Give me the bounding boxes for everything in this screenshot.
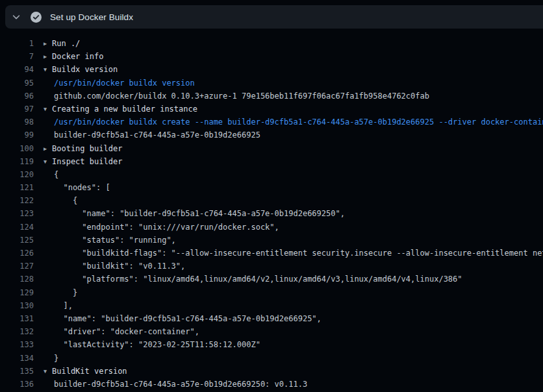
chevron-down-icon[interactable] <box>12 12 21 21</box>
log-lines: 1▶Run ./7▶Docker info94▼Buildx version95… <box>0 37 543 391</box>
log-output-text: "platforms": "linux/amd64,linux/amd64/v2… <box>44 273 462 286</box>
line-number[interactable]: 131 <box>0 312 34 325</box>
log-line: 132 "driver": "docker-container", <box>0 325 543 338</box>
log-output-text: { <box>44 168 58 181</box>
log-line: 97▼Creating a new builder instance <box>0 103 543 116</box>
log-command-text: /usr/bin/docker buildx version <box>44 77 195 90</box>
log-output-text: builder-d9cfb5a1-c764-445a-a57e-0b19d2e6… <box>44 378 307 391</box>
line-number[interactable]: 121 <box>0 181 34 194</box>
line-number[interactable]: 99 <box>0 129 34 141</box>
line-number[interactable]: 135 <box>0 365 34 378</box>
log-line: 1▶Run ./ <box>0 37 543 50</box>
log-line: 126 "buildkitd-flags": "--allow-insecure… <box>0 247 543 260</box>
log-output-text: "buildkitd-flags": "--allow-insecure-ent… <box>44 247 543 260</box>
log-line: 122 { <box>0 194 543 207</box>
log-output-text: "name": "builder-d9cfb5a1-c764-445a-a57e… <box>44 312 322 325</box>
log-line: 123 "name": "builder-d9cfb5a1-c764-445a-… <box>0 207 543 220</box>
log-group-toggle[interactable]: ▶Run ./ <box>44 37 80 50</box>
log-line: 127 "buildkit": "v0.11.3", <box>0 260 543 273</box>
line-number[interactable]: 97 <box>0 103 34 116</box>
line-number[interactable]: 7 <box>0 50 34 63</box>
line-number[interactable]: 124 <box>0 221 34 234</box>
log-output-text: { <box>44 194 77 207</box>
log-line: 124 "endpoint": "unix:///var/run/docker.… <box>0 221 543 234</box>
log-output-text: } <box>44 352 58 365</box>
line-number[interactable]: 134 <box>0 352 34 365</box>
log-line: 130 ], <box>0 299 543 312</box>
line-number[interactable]: 122 <box>0 194 34 207</box>
log-line: 134} <box>0 352 543 365</box>
line-number[interactable]: 98 <box>0 116 34 129</box>
line-number[interactable]: 96 <box>0 90 34 103</box>
log-line: 7▶Docker info <box>0 50 543 63</box>
line-number[interactable]: 1 <box>0 37 34 50</box>
log-group-toggle[interactable]: ▼Creating a new builder instance <box>44 103 197 116</box>
group-title: BuildKit version <box>52 367 127 376</box>
line-number[interactable]: 119 <box>0 155 34 168</box>
line-number[interactable]: 129 <box>0 286 34 299</box>
log-output-text: "buildkit": "v0.11.3", <box>44 260 185 273</box>
log-output-text: "endpoint": "unix:///var/run/docker.sock… <box>44 221 279 234</box>
chevron-expanded-icon: ▼ <box>44 102 52 115</box>
log-group-toggle[interactable]: ▼BuildKit version <box>44 365 127 378</box>
line-number[interactable]: 125 <box>0 234 34 247</box>
line-number[interactable]: 94 <box>0 63 34 76</box>
log-line: 96github.com/docker/buildx 0.10.3+azure-… <box>0 90 543 103</box>
log-line: 94▼Buildx version <box>0 63 543 76</box>
line-number[interactable]: 128 <box>0 273 34 286</box>
line-number[interactable]: 126 <box>0 247 34 260</box>
log-output-text: "nodes": [ <box>44 181 110 194</box>
log-output-text: "lastActivity": "2023-02-25T11:58:12.000… <box>44 338 260 351</box>
step-title: Set up Docker Buildx <box>50 12 133 22</box>
log-output-text: "status": "running", <box>44 234 176 247</box>
log-output-text: ], <box>44 299 73 312</box>
log-output-text: "name": "builder-d9cfb5a1-c764-445a-a57e… <box>44 207 345 220</box>
line-number[interactable]: 95 <box>0 77 34 90</box>
log-output-text: } <box>44 286 77 299</box>
line-number[interactable]: 132 <box>0 325 34 338</box>
group-title: Creating a new builder instance <box>52 104 197 114</box>
log-line: 95/usr/bin/docker buildx version <box>0 77 543 90</box>
line-number[interactable]: 136 <box>0 378 34 391</box>
log-output-text: github.com/docker/buildx 0.10.3+azure-1 … <box>44 90 429 103</box>
log-output-text: "driver": "docker-container", <box>44 325 199 338</box>
log-line: 128 "platforms": "linux/amd64,linux/amd6… <box>0 273 543 286</box>
log-line: 136builder-d9cfb5a1-c764-445a-a57e-0b19d… <box>0 378 543 391</box>
log-line: 119▼Inspect builder <box>0 155 543 168</box>
step-header[interactable]: Set up Docker Buildx <box>5 5 543 29</box>
line-number[interactable]: 130 <box>0 299 34 312</box>
chevron-collapsed-icon: ▶ <box>44 37 52 50</box>
chevron-collapsed-icon: ▶ <box>44 141 52 154</box>
group-title: Buildx version <box>52 65 118 74</box>
log-line: 99builder-d9cfb5a1-c764-445a-a57e-0b19d2… <box>0 129 543 141</box>
line-number[interactable]: 123 <box>0 207 34 220</box>
log-line: 120{ <box>0 168 543 181</box>
chevron-expanded-icon: ▼ <box>44 364 52 377</box>
group-title: Booting builder <box>52 144 122 153</box>
log-line: 131 "name": "builder-d9cfb5a1-c764-445a-… <box>0 312 543 325</box>
chevron-collapsed-icon: ▶ <box>44 50 52 63</box>
log-command-text: /usr/bin/docker buildx create --name bui… <box>44 116 543 129</box>
chevron-expanded-icon: ▼ <box>44 154 52 167</box>
chevron-expanded-icon: ▼ <box>44 63 52 76</box>
group-title: Docker info <box>52 52 103 61</box>
log-line: 121 "nodes": [ <box>0 181 543 194</box>
log-group-toggle[interactable]: ▼Inspect builder <box>44 155 122 168</box>
log-group-toggle[interactable]: ▶Booting builder <box>44 142 122 155</box>
log-line: 133 "lastActivity": "2023-02-25T11:58:12… <box>0 338 543 351</box>
log-group-toggle[interactable]: ▼Buildx version <box>44 63 118 76</box>
line-number[interactable]: 133 <box>0 338 34 351</box>
line-number[interactable]: 100 <box>0 142 34 155</box>
log-group-toggle[interactable]: ▶Docker info <box>44 50 103 63</box>
log-line: 100▶Booting builder <box>0 142 543 155</box>
group-title: Run ./ <box>52 39 80 48</box>
log-line: 125 "status": "running", <box>0 234 543 247</box>
group-title: Inspect builder <box>52 157 122 166</box>
line-number[interactable]: 120 <box>0 168 34 181</box>
log-line: 129 } <box>0 286 543 299</box>
log-line: 98/usr/bin/docker buildx create --name b… <box>0 116 543 129</box>
log-line: 135▼BuildKit version <box>0 365 543 378</box>
log-output-text: builder-d9cfb5a1-c764-445a-a57e-0b19d2e6… <box>44 129 260 141</box>
line-number[interactable]: 127 <box>0 260 34 273</box>
check-circle-icon <box>31 12 42 23</box>
